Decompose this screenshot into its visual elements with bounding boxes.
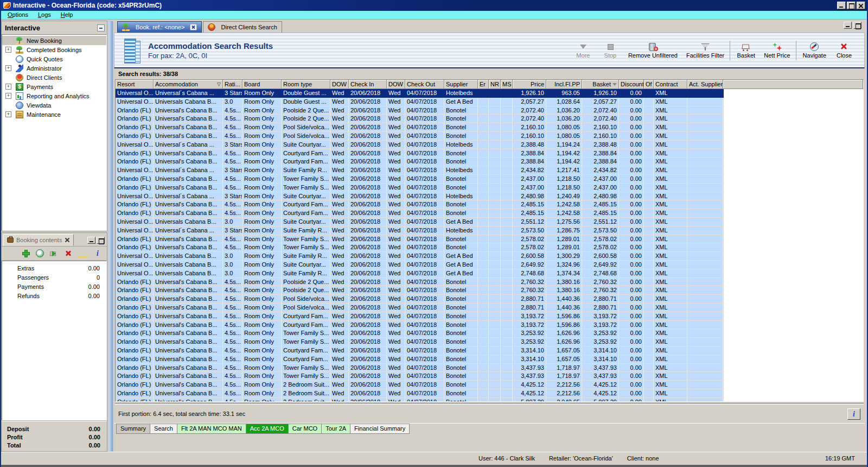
table-cell[interactable]: Orlando (FL) bbox=[116, 398, 154, 402]
table-cell[interactable]: Universal's Cabana B... bbox=[154, 235, 223, 243]
table-cell[interactable] bbox=[478, 157, 489, 166]
table-cell[interactable]: Universal's Cabana B... bbox=[154, 295, 223, 303]
table-cell[interactable]: 3 Stars bbox=[223, 89, 242, 97]
table-cell[interactable]: 4.5s... bbox=[223, 304, 242, 312]
table-cell[interactable]: Wed bbox=[387, 98, 405, 106]
table-cell[interactable]: 0.00 bbox=[619, 252, 644, 260]
table-cell[interactable] bbox=[687, 381, 723, 389]
table-cell[interactable]: Universal's Cabana B... bbox=[154, 286, 223, 294]
column-header-board[interactable]: Board bbox=[242, 80, 282, 89]
table-cell[interactable] bbox=[478, 355, 489, 363]
table-cell[interactable]: 4.5s... bbox=[223, 115, 242, 123]
panel-splitter[interactable] bbox=[107, 21, 114, 452]
table-cell[interactable]: 1,440.36 bbox=[546, 295, 582, 303]
table-cell[interactable] bbox=[489, 321, 501, 329]
table-cell[interactable]: 3,253.92 bbox=[513, 329, 546, 337]
table-cell[interactable] bbox=[478, 304, 489, 312]
table-cell[interactable]: 3,193.72 bbox=[513, 312, 546, 320]
table-cell[interactable]: 2,212.56 bbox=[546, 389, 582, 397]
table-cell[interactable] bbox=[478, 149, 489, 157]
table-cell[interactable] bbox=[489, 269, 501, 277]
table-cell[interactable]: 20/06/2018 bbox=[349, 123, 387, 131]
table-cell[interactable]: 20/06/2018 bbox=[349, 329, 387, 337]
table-cell[interactable]: Wed bbox=[387, 338, 405, 346]
table-cell[interactable] bbox=[489, 175, 501, 183]
table-cell[interactable]: Orlando (FL) bbox=[116, 372, 154, 380]
table-cell[interactable]: Universals Cabana B... bbox=[154, 261, 223, 269]
table-cell[interactable]: Wed bbox=[387, 286, 405, 294]
table-row[interactable]: Orlando (FL)Universal's Cabana B...4.5s.… bbox=[116, 381, 724, 389]
table-cell[interactable]: 4.5s... bbox=[223, 381, 242, 389]
table-cell[interactable] bbox=[644, 226, 654, 235]
table-cell[interactable]: 2,578.02 bbox=[513, 243, 546, 251]
table-cell[interactable] bbox=[489, 226, 501, 235]
table-cell[interactable] bbox=[501, 252, 513, 260]
booking-item-row[interactable]: Refunds 0.00 bbox=[2, 291, 106, 300]
table-cell[interactable] bbox=[489, 286, 501, 294]
tab-direct-clients-search[interactable]: Direct Clients Search bbox=[203, 21, 282, 33]
table-cell[interactable]: XML bbox=[654, 295, 687, 303]
table-cell[interactable]: Room Only bbox=[242, 192, 282, 200]
table-cell[interactable]: Suite Family R... bbox=[282, 226, 330, 235]
table-cell[interactable] bbox=[489, 252, 501, 260]
table-cell[interactable]: 20/06/2018 bbox=[349, 149, 387, 157]
table-row[interactable]: Universal O...Universal´s Cabana ...3 St… bbox=[116, 226, 724, 235]
table-cell[interactable] bbox=[478, 184, 489, 192]
table-cell[interactable] bbox=[644, 115, 654, 123]
booking-toolbar-icon[interactable] bbox=[21, 249, 31, 258]
table-cell[interactable]: Get A Bed bbox=[444, 218, 478, 226]
table-cell[interactable]: 4.5s... bbox=[223, 329, 242, 337]
table-cell[interactable]: 04/07/2018 bbox=[405, 389, 444, 397]
table-cell[interactable]: 3.0 bbox=[223, 98, 242, 106]
mdi-minimize-button[interactable] bbox=[844, 22, 852, 29]
table-cell[interactable]: Room Only bbox=[242, 115, 282, 123]
table-cell[interactable] bbox=[644, 98, 654, 106]
table-row[interactable]: Orlando (FL)Universal's Cabana B...4.5s.… bbox=[116, 304, 724, 312]
section-tab[interactable]: Search bbox=[150, 424, 177, 434]
table-cell[interactable]: Pool Side/volca... bbox=[282, 304, 330, 312]
table-cell[interactable]: 2,760.32 bbox=[513, 278, 546, 286]
table-cell[interactable]: Wed bbox=[330, 312, 349, 320]
column-header-er[interactable]: Er bbox=[478, 80, 489, 89]
table-cell[interactable]: 04/07/2018 bbox=[405, 355, 444, 363]
table-cell[interactable] bbox=[478, 89, 489, 97]
table-cell[interactable]: 0.00 bbox=[619, 175, 644, 183]
table-cell[interactable] bbox=[687, 166, 723, 174]
table-cell[interactable]: 20/06/2018 bbox=[349, 364, 387, 372]
table-cell[interactable]: Room Only bbox=[242, 389, 282, 397]
table-cell[interactable]: 3,314.10 bbox=[513, 346, 546, 355]
table-cell[interactable]: Wed bbox=[387, 141, 405, 149]
table-cell[interactable] bbox=[687, 364, 723, 372]
table-cell[interactable]: 20/06/2018 bbox=[349, 235, 387, 243]
table-cell[interactable]: Wed bbox=[387, 381, 405, 389]
table-cell[interactable]: Get A Bed bbox=[444, 252, 478, 260]
table-cell[interactable]: XML bbox=[654, 166, 687, 174]
info-button[interactable]: i bbox=[847, 408, 860, 420]
table-cell[interactable]: 4.5s... bbox=[223, 157, 242, 166]
table-cell[interactable] bbox=[644, 261, 654, 269]
section-tab[interactable]: Acc 2A MCO bbox=[246, 424, 289, 434]
table-cell[interactable] bbox=[644, 278, 654, 286]
table-cell[interactable]: Pool Side/volca... bbox=[282, 132, 330, 140]
table-cell[interactable]: 0.00 bbox=[619, 123, 644, 131]
table-cell[interactable] bbox=[501, 381, 513, 389]
table-cell[interactable]: 1,718.97 bbox=[546, 364, 582, 372]
table-cell[interactable] bbox=[644, 295, 654, 303]
table-cell[interactable]: Orlando (FL) bbox=[116, 312, 154, 320]
table-cell[interactable] bbox=[478, 192, 489, 200]
table-row[interactable]: Orlando (FL)Universal's Cabana B...4.5s.… bbox=[116, 346, 724, 355]
table-cell[interactable] bbox=[644, 321, 654, 329]
table-cell[interactable] bbox=[644, 312, 654, 320]
table-cell[interactable]: 04/07/2018 bbox=[405, 192, 444, 200]
toolbar-button[interactable]: Close bbox=[832, 41, 857, 60]
table-cell[interactable] bbox=[644, 166, 654, 174]
table-cell[interactable] bbox=[478, 329, 489, 337]
table-cell[interactable]: 1,218.50 bbox=[546, 184, 582, 192]
table-cell[interactable]: Tower Family S... bbox=[282, 364, 330, 372]
table-row[interactable]: Orlando (FL)Universal's Cabana B...4.5s.… bbox=[116, 286, 724, 295]
table-cell[interactable]: Wed bbox=[330, 243, 349, 251]
table-cell[interactable]: 04/07/2018 bbox=[405, 346, 444, 355]
table-cell[interactable]: Universal's Cabana B... bbox=[154, 184, 223, 192]
table-row[interactable]: Orlando (FL)Universal's Cabana B...4.5s.… bbox=[116, 364, 724, 373]
table-cell[interactable]: Universal's Cabana B... bbox=[154, 106, 223, 115]
